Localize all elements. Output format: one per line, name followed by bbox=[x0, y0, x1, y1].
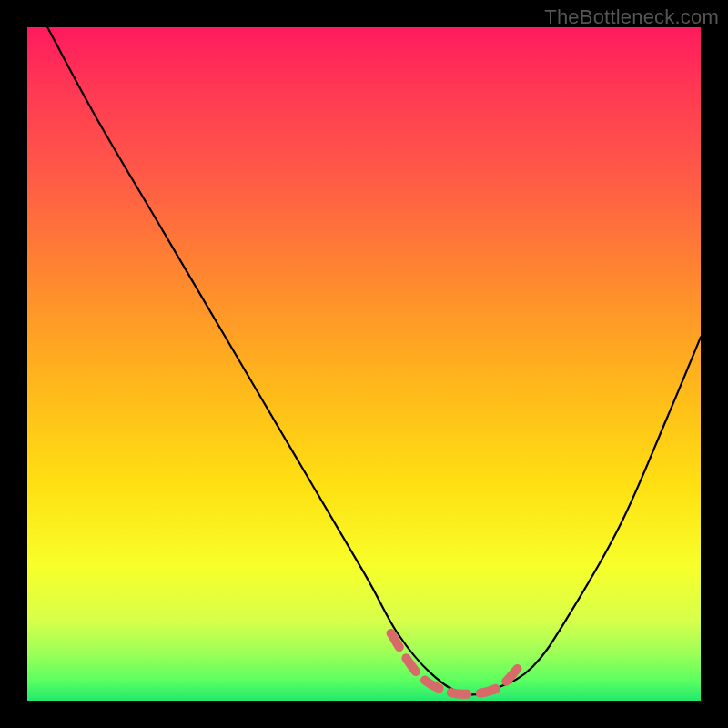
chart-frame: TheBottleneck.com bbox=[0, 0, 728, 728]
optimal-range-marker bbox=[391, 633, 520, 694]
chart-svg bbox=[27, 27, 701, 701]
watermark-text: TheBottleneck.com bbox=[544, 5, 719, 29]
bottleneck-curve bbox=[47, 27, 701, 694]
plot-area bbox=[27, 27, 701, 701]
